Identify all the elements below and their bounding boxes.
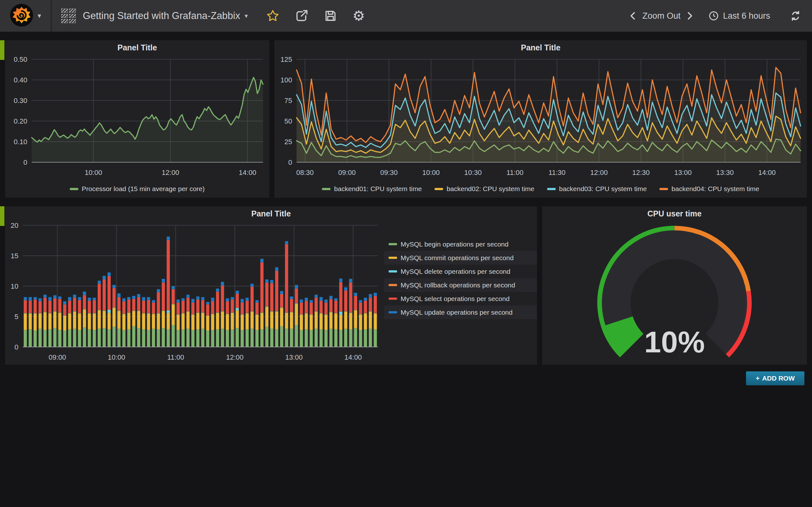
legend-label: backend03: CPU system time [559, 185, 647, 193]
legend-label: MySQL delete operations per second [401, 268, 510, 275]
svg-text:08:30: 08:30 [296, 169, 314, 176]
legend-item[interactable]: backend02: CPU system time [435, 185, 535, 193]
legend-label: MySQL select operations per second [401, 295, 510, 302]
row-collapse-tab[interactable] [0, 40, 4, 60]
svg-text:14:00: 14:00 [345, 353, 362, 361]
legend-item[interactable]: MySQL select operations per second [384, 292, 537, 305]
processor-load-line-chart[interactable]: 10:0012:0014:0000.100.200.300.400.50 [5, 55, 269, 180]
panel-cpu-system-time: Panel Title 08:3009:0009:3010:0010:3011:… [274, 40, 807, 198]
chevron-down-icon[interactable]: ▾ [245, 12, 248, 20]
panel-legend: MySQL begin operations per secondMySQL c… [384, 221, 537, 365]
save-button[interactable] [324, 9, 337, 22]
legend-label: backend04: CPU system time [671, 185, 759, 193]
dashboard-title[interactable]: Getting Started with Grafana-Zabbix [83, 10, 240, 21]
time-shift-left-button[interactable] [628, 11, 638, 20]
panel-cpu-user-time-gauge: CPU user time 10% [542, 206, 807, 365]
legend-item[interactable]: MySQL rollback operations per second [384, 278, 537, 292]
svg-text:09:00: 09:00 [49, 353, 66, 361]
legend-item[interactable]: MySQL delete operations per second [384, 265, 537, 278]
svg-text:0: 0 [288, 158, 292, 166]
legend-color-dash [389, 243, 397, 245]
svg-text:13:00: 13:00 [674, 169, 692, 176]
grafana-menu[interactable]: ▾ [0, 0, 52, 32]
svg-text:0: 0 [23, 158, 27, 166]
svg-text:75: 75 [285, 97, 292, 105]
row-collapse-tab[interactable] [0, 206, 4, 226]
settings-gear-icon[interactable]: ⚙ [352, 9, 365, 23]
svg-text:12:00: 12:00 [162, 169, 179, 176]
svg-text:125: 125 [281, 55, 292, 63]
add-row-label: ADD ROW [762, 375, 795, 382]
svg-text:11:00: 11:00 [167, 353, 184, 361]
mysql-operations-bar-chart[interactable]: 09:0010:0011:0012:0013:0014:0005101520 [5, 221, 384, 365]
svg-text:0: 0 [14, 343, 18, 351]
legend-item[interactable]: MySQL update operations per second [384, 305, 537, 319]
legend-color-dash [389, 270, 397, 273]
svg-text:13:30: 13:30 [716, 169, 734, 176]
svg-text:12:00: 12:00 [590, 169, 608, 176]
time-shift-right-button[interactable] [685, 11, 694, 20]
legend-label: Processor load (15 min average per core) [82, 185, 205, 193]
svg-text:14:00: 14:00 [239, 169, 256, 176]
chevron-down-icon: ▾ [38, 12, 41, 19]
svg-text:10: 10 [11, 282, 18, 290]
legend-label: MySQL rollback operations per second [401, 281, 515, 289]
legend-label: backend02: CPU system time [447, 185, 535, 193]
clock-icon [708, 10, 719, 21]
panel-mysql-operations: Panel Title 09:0010:0011:0012:0013:0014:… [5, 206, 537, 365]
svg-text:12:30: 12:30 [632, 169, 650, 176]
legend-color-dash [659, 188, 668, 190]
panel-title[interactable]: CPU user time [542, 206, 807, 221]
svg-text:13:00: 13:00 [285, 353, 303, 361]
svg-text:0.30: 0.30 [14, 97, 27, 105]
panel-title[interactable]: Panel Title [5, 40, 269, 55]
legend-item[interactable]: MySQL begin operations per second [384, 237, 537, 251]
legend-item[interactable]: backend01: CPU system time [322, 185, 422, 193]
cpu-user-time-gauge[interactable]: 10% [542, 221, 807, 365]
svg-text:20: 20 [11, 222, 18, 229]
svg-text:50: 50 [285, 117, 292, 125]
legend-label: backend01: CPU system time [334, 185, 422, 193]
svg-text:10:00: 10:00 [422, 169, 440, 176]
svg-text:100: 100 [281, 76, 292, 84]
zoom-out-button[interactable]: Zoom Out [642, 11, 680, 21]
svg-text:09:00: 09:00 [338, 169, 356, 176]
gauge-value: 10% [644, 325, 705, 359]
svg-text:09:30: 09:30 [380, 169, 398, 176]
time-range-picker[interactable]: Last 6 hours [708, 10, 774, 21]
svg-text:11:30: 11:30 [548, 169, 565, 176]
top-navbar: ▾ Getting Started with Grafana-Zabbix ▾ … [0, 0, 812, 32]
panel-legend: Processor load (15 min average per core) [5, 180, 269, 198]
share-button[interactable] [295, 9, 309, 23]
svg-text:5: 5 [14, 313, 18, 321]
svg-text:15: 15 [11, 252, 18, 260]
svg-text:12:00: 12:00 [226, 353, 244, 361]
cpu-system-time-line-chart[interactable]: 08:3009:0009:3010:0010:3011:0011:3012:00… [274, 55, 807, 180]
legend-item[interactable]: Processor load (15 min average per core) [70, 185, 205, 193]
panel-title[interactable]: Panel Title [5, 206, 537, 221]
legend-label: MySQL commit operations per second [401, 254, 513, 262]
svg-text:0.20: 0.20 [14, 117, 27, 125]
add-row-button[interactable]: + ADD ROW [746, 372, 804, 385]
legend-color-dash [389, 297, 397, 300]
svg-text:10:00: 10:00 [85, 169, 102, 176]
legend-color-dash [70, 188, 78, 190]
star-button[interactable] [266, 9, 280, 22]
svg-text:25: 25 [285, 138, 292, 146]
panel-legend: backend01: CPU system timebackend02: CPU… [274, 180, 807, 198]
time-controls: Zoom Out Last 6 hours [628, 10, 812, 21]
svg-text:11:00: 11:00 [507, 169, 523, 176]
refresh-button[interactable] [790, 10, 801, 21]
dashboard-toolbar: ⚙ [266, 9, 365, 23]
legend-color-dash [389, 284, 397, 286]
panel-title[interactable]: Panel Title [274, 40, 807, 55]
svg-text:0.10: 0.10 [14, 138, 27, 146]
legend-item[interactable]: backend03: CPU system time [547, 185, 647, 193]
legend-item[interactable]: MySQL commit operations per second [384, 251, 537, 265]
svg-text:0.40: 0.40 [14, 76, 27, 84]
panel-processor-load: Panel Title 10:0012:0014:0000.100.200.30… [5, 40, 269, 198]
legend-color-dash [322, 188, 331, 190]
dashboard-grid-icon [61, 9, 76, 23]
legend-item[interactable]: backend04: CPU system time [659, 185, 759, 193]
time-range-label: Last 6 hours [723, 11, 770, 21]
